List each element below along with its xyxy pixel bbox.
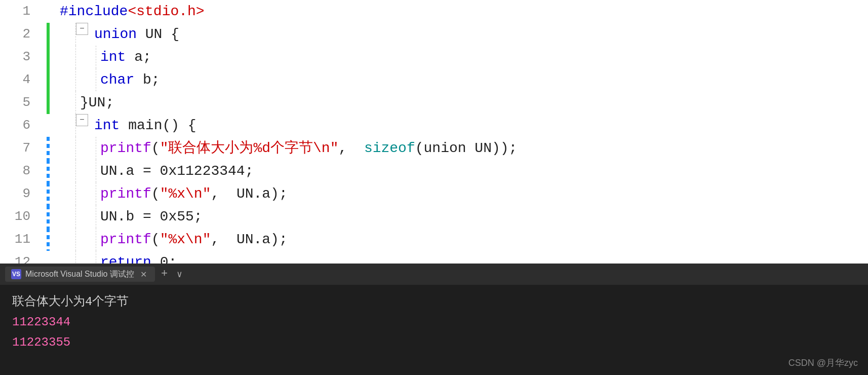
code-content: printf("%x\n", UN.a);	[96, 182, 868, 205]
code-content: }UN;	[76, 91, 868, 114]
code-content: printf("联合体大小为%d个字节\n", sizeof(union UN)…	[96, 137, 868, 160]
indent-guides	[56, 68, 96, 91]
code-token: b;	[134, 72, 160, 88]
terminal-panel: VS Microsoft Visual Studio 调试控 ✕ + ∨ 联合体…	[0, 264, 868, 375]
code-line: 10UN.b = 0x55;	[0, 205, 868, 228]
code-line: 6−int main() {	[0, 114, 868, 137]
indent-guide	[76, 46, 96, 68]
code-token: }UN;	[80, 95, 114, 110]
line-number: 10	[0, 205, 41, 228]
terminal-close-button[interactable]: ✕	[138, 270, 149, 279]
code-line: 9printf("%x\n", UN.a);	[0, 182, 868, 205]
terminal-output-line: 11223355	[12, 333, 856, 352]
code-line: 11printf("%x\n", UN.a);	[0, 228, 868, 251]
code-container: 1#include<stdio.h>2−union UN {3int a;4ch…	[0, 0, 868, 296]
editor-area: 1#include<stdio.h>2−union UN {3int a;4ch…	[0, 0, 868, 264]
code-line: 3int a;	[0, 46, 868, 68]
terminal-tabs: VS Microsoft Visual Studio 调试控 ✕ + ∨	[0, 264, 868, 285]
terminal-body: 联合体大小为4个字节1122334411223355	[0, 285, 868, 375]
terminal-tab-label: Microsoft Visual Studio 调试控	[25, 269, 134, 280]
watermark: CSDN @月华zyc	[788, 357, 858, 369]
indent-guides	[56, 205, 96, 228]
code-token: int	[100, 49, 126, 65]
code-content: #include<stdio.h>	[56, 0, 868, 23]
collapse-icon[interactable]: −	[76, 23, 88, 35]
code-token: <stdio.h>	[128, 4, 204, 19]
code-content: int main() {	[90, 114, 868, 137]
indent-guide	[56, 160, 76, 182]
gutter	[41, 205, 56, 228]
code-token: int	[94, 118, 120, 133]
gutter	[41, 23, 56, 46]
indent-guides	[56, 137, 96, 160]
code-line: 4char b;	[0, 68, 868, 91]
indent-guides	[56, 46, 96, 68]
terminal-dropdown-button[interactable]: ∨	[174, 269, 185, 280]
code-token: sizeof	[364, 140, 415, 156]
vs-icon-text: VS	[12, 271, 20, 278]
code-token: "联合体大小为%d个字节\n"	[160, 140, 339, 156]
code-line: 1#include<stdio.h>	[0, 0, 868, 23]
gutter	[41, 137, 56, 160]
indent-guide	[56, 68, 76, 91]
code-token: , UN.a);	[211, 232, 287, 247]
gutter	[41, 114, 56, 137]
line-number: 11	[0, 228, 41, 251]
line-number: 6	[0, 114, 41, 137]
code-token: (union UN));	[415, 140, 518, 156]
line-number: 7	[0, 137, 41, 160]
indent-guide	[56, 91, 76, 114]
gutter	[41, 182, 56, 205]
terminal-tab[interactable]: VS Microsoft Visual Studio 调试控 ✕	[5, 267, 155, 282]
indent-guides	[56, 114, 76, 137]
line-number: 3	[0, 46, 41, 68]
indent-guide	[76, 182, 96, 205]
code-line: 2−union UN {	[0, 23, 868, 46]
code-token: main()	[120, 118, 187, 133]
code-token: printf	[100, 140, 151, 156]
indent-guide	[76, 137, 96, 160]
indent-guides	[56, 91, 76, 114]
code-content: UN.a = 0x11223344;	[96, 160, 868, 182]
code-token: a;	[126, 49, 151, 65]
code-token: char	[100, 72, 134, 88]
line-number: 8	[0, 160, 41, 182]
code-token: UN.a = 0x11223344;	[100, 163, 253, 179]
indent-guide	[56, 182, 76, 205]
indent-guides	[56, 182, 96, 205]
indent-guides	[56, 23, 76, 46]
indent-guide	[76, 228, 96, 251]
code-token: "%x\n"	[160, 186, 211, 202]
code-token: (	[151, 140, 160, 156]
code-token: printf	[100, 186, 151, 202]
code-content: char b;	[96, 68, 868, 91]
indent-guide	[56, 228, 76, 251]
indent-spacer	[56, 114, 76, 137]
indent-guide	[76, 68, 96, 91]
code-token: , UN.a);	[211, 186, 287, 202]
line-number: 9	[0, 182, 41, 205]
code-token: UN.b = 0x55;	[100, 209, 203, 224]
code-content: union UN {	[90, 23, 868, 46]
gutter	[41, 68, 56, 91]
line-number: 4	[0, 68, 41, 91]
code-content: printf("%x\n", UN.a);	[96, 228, 868, 251]
code-token: union	[94, 26, 137, 42]
vs-icon: VS	[11, 269, 21, 279]
code-token: UN	[137, 26, 171, 42]
code-line: 5}UN;	[0, 91, 868, 114]
gutter	[41, 228, 56, 251]
line-number: 5	[0, 91, 41, 114]
indent-guide	[76, 160, 96, 182]
code-token: {	[188, 118, 196, 133]
terminal-output-line: 联合体大小为4个字节	[12, 293, 856, 311]
terminal-add-button[interactable]: +	[158, 269, 171, 280]
gutter	[41, 160, 56, 182]
indent-spacer	[56, 23, 76, 46]
collapse-icon[interactable]: −	[76, 114, 88, 126]
code-line: 8UN.a = 0x11223344;	[0, 160, 868, 182]
indent-guide	[76, 205, 96, 228]
indent-guides	[56, 228, 96, 251]
code-line: 7printf("联合体大小为%d个字节\n", sizeof(union UN…	[0, 137, 868, 160]
code-token: (	[151, 186, 160, 202]
